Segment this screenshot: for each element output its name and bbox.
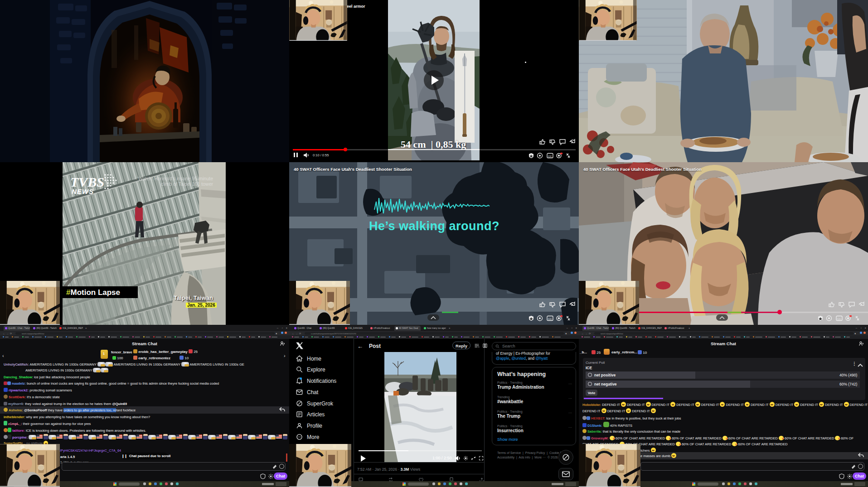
svg-text:He’s walking around?: He’s walking around? (369, 219, 499, 233)
